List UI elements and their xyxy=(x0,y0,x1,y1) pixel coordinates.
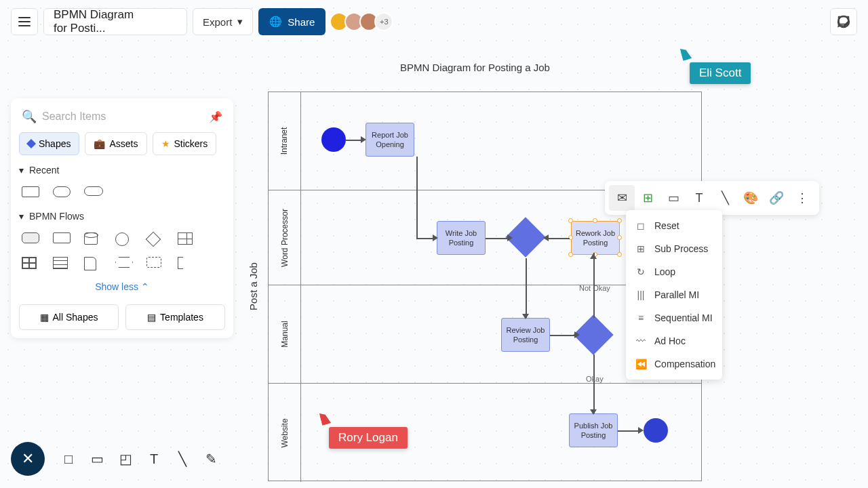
parallel-icon: ||| xyxy=(635,289,646,300)
tab-label: Shapes xyxy=(39,138,71,149)
text-icon: T xyxy=(696,191,703,205)
end-event[interactable] xyxy=(644,418,668,443)
collaborator-cursor-eli: Eli Scott xyxy=(682,47,751,84)
avatar-more[interactable]: +3 xyxy=(374,12,393,31)
tool-note[interactable]: ◰ xyxy=(113,445,138,473)
comment-button[interactable] xyxy=(830,8,857,35)
plus-icon: ⊞ xyxy=(635,243,646,254)
adhoc-icon: 〰 xyxy=(635,336,646,346)
export-button[interactable]: Export ▾ xyxy=(193,8,253,35)
tool-envelope[interactable]: ✉ xyxy=(609,185,635,211)
section-recent[interactable]: ▾Recent xyxy=(19,165,225,176)
tab-stickers[interactable]: ★Stickers xyxy=(153,132,217,155)
shape-rounded[interactable] xyxy=(53,186,72,200)
section-bpmn-flows[interactable]: ▾BPMN Flows xyxy=(19,211,225,222)
tool-rectangle[interactable]: ▭ xyxy=(660,185,686,211)
shape-pill[interactable] xyxy=(84,186,103,200)
menu-label: Loop xyxy=(654,266,675,277)
show-less-button[interactable]: Show less ⌃ xyxy=(19,276,225,298)
pool-label: Post a Job xyxy=(248,262,259,310)
rect-icon: ▭ xyxy=(668,190,679,205)
cursor-icon xyxy=(319,411,331,426)
chevron-up-icon: ⌃ xyxy=(141,281,149,292)
button-label: All Shapes xyxy=(53,312,98,323)
tool-more[interactable]: ⋮ xyxy=(789,185,815,211)
task-report-job-opening[interactable]: Report Job Opening xyxy=(366,123,414,157)
lane-label: Manual xyxy=(279,321,289,347)
tab-label: Stickers xyxy=(174,138,208,149)
shape-grid[interactable] xyxy=(178,232,197,246)
tab-shapes[interactable]: Shapes xyxy=(19,132,79,155)
menu-label: Compensation xyxy=(654,359,715,369)
task-publish-job-posting[interactable]: Publish Job Posting xyxy=(569,413,618,447)
menu-label: Reset xyxy=(654,220,679,231)
menu-sub-process[interactable]: ⊞Sub Process xyxy=(626,237,722,260)
menu-ad-hoc[interactable]: 〰Ad Hoc xyxy=(626,329,722,352)
tool-connector[interactable]: ╲ xyxy=(712,185,738,211)
shape-datastore[interactable] xyxy=(84,232,103,246)
lane-label: Intranet xyxy=(279,127,289,155)
tool-card[interactable]: ▭ xyxy=(84,445,110,473)
header: BPMN Diagram for Posti... Export ▾ 🌐 Sha… xyxy=(0,0,868,43)
menu-compensation[interactable]: ⏪Compensation xyxy=(626,352,722,375)
grid-icon: ▦ xyxy=(40,312,49,323)
chevron-down-icon: ▾ xyxy=(237,16,243,28)
search-icon: 🔍 xyxy=(22,109,37,124)
task-review-job-posting[interactable]: Review Job Posting xyxy=(501,318,550,352)
tool-text[interactable]: T xyxy=(141,445,167,473)
shape-rect[interactable] xyxy=(53,232,72,246)
tab-assets[interactable]: 💼Assets xyxy=(85,132,146,155)
export-label: Export xyxy=(203,16,232,28)
menu-label: Ad Hoc xyxy=(654,336,686,346)
shape-annotation[interactable] xyxy=(178,257,197,270)
tab-label: Assets xyxy=(109,138,138,149)
templates-button[interactable]: ▤Templates xyxy=(125,304,225,330)
shape-hexagon[interactable] xyxy=(115,257,134,270)
shape-rounded-rect[interactable] xyxy=(22,232,41,246)
note-icon: ◰ xyxy=(119,451,132,467)
lane-intranet[interactable]: Intranet Report Job Opening xyxy=(269,92,701,190)
search-input[interactable] xyxy=(42,110,203,123)
menu-parallel-mi[interactable]: |||Parallel MI xyxy=(626,283,722,306)
shape-circle[interactable] xyxy=(115,232,134,246)
document-title[interactable]: BPMN Diagram for Posti... xyxy=(43,8,187,35)
menu-loop[interactable]: ↻Loop xyxy=(626,260,722,283)
shape-table[interactable] xyxy=(22,257,41,270)
start-event[interactable] xyxy=(321,127,346,152)
tool-square[interactable]: □ xyxy=(56,445,81,473)
compensation-icon: ⏪ xyxy=(635,359,646,369)
shape-rows[interactable] xyxy=(53,257,72,270)
chevron-down-icon: ▾ xyxy=(19,165,24,176)
menu-label: Sub Process xyxy=(654,243,708,254)
shape-diamond[interactable] xyxy=(146,232,165,246)
pin-icon[interactable]: 📌 xyxy=(209,110,222,123)
cursor-label: Rory Logan xyxy=(329,427,408,449)
connector-icon: ╲ xyxy=(722,190,729,205)
shape-rect[interactable] xyxy=(22,186,41,200)
shape-dashed[interactable] xyxy=(146,257,165,270)
canvas[interactable]: BPMN Diagram for Posting a Job Post a Jo… xyxy=(241,58,854,481)
bottom-toolbar: ✕ □ ▭ ◰ T ╲ ✎ xyxy=(11,442,224,476)
tool-link[interactable]: 🔗 xyxy=(764,185,789,211)
tool-add-box[interactable]: ⊞ xyxy=(635,185,660,211)
all-shapes-button[interactable]: ▦All Shapes xyxy=(19,304,119,330)
tool-color[interactable]: 🎨 xyxy=(738,185,764,211)
share-button[interactable]: 🌐 Share xyxy=(258,8,326,35)
menu-label: Sequential MI xyxy=(654,312,713,323)
menu-sequential-mi[interactable]: ≡Sequential MI xyxy=(626,306,722,329)
template-icon: ▤ xyxy=(147,312,156,323)
tool-line[interactable]: ╲ xyxy=(170,445,195,473)
menu-button[interactable] xyxy=(11,8,38,35)
task-write-job-posting[interactable]: Write Job Posting xyxy=(437,221,486,255)
diagram-title: BPMN Diagram for Posting a Job xyxy=(400,62,550,73)
collaborator-avatars[interactable]: +3 xyxy=(334,12,393,31)
diamond-icon xyxy=(26,139,36,148)
tool-text[interactable]: T xyxy=(686,185,712,211)
tool-highlighter[interactable]: ✎ xyxy=(198,445,224,473)
menu-label: Parallel MI xyxy=(654,289,699,300)
shape-document[interactable] xyxy=(84,257,103,270)
sequential-icon: ≡ xyxy=(635,312,646,323)
briefcase-icon: 💼 xyxy=(94,138,105,149)
close-button[interactable]: ✕ xyxy=(11,442,45,476)
menu-reset[interactable]: ◻Reset xyxy=(626,214,722,237)
